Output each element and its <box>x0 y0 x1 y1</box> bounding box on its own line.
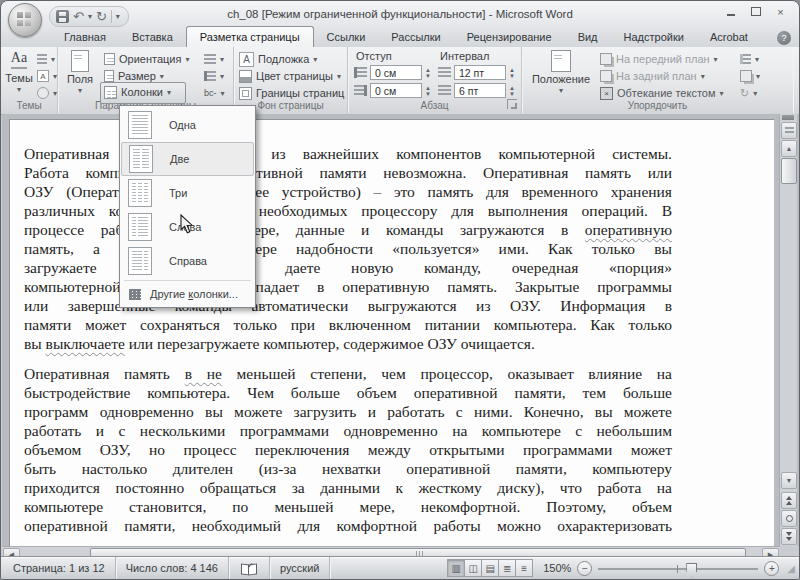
document-line: памяти может сохраняться только при вклю… <box>24 315 672 334</box>
breaks-button[interactable]: ▾ <box>204 51 224 67</box>
columns-menu-item-right[interactable]: Справа <box>121 244 254 278</box>
more-columns-menu-item[interactable]: Другие колонки... <box>121 283 254 305</box>
three-columns-thumbnail-icon <box>128 179 152 207</box>
orientation-label: Ориентация <box>119 53 181 65</box>
group-themes: Aa Темы ▾ ▾ А ▾ ▾ Темы <box>1 47 58 113</box>
indent-right-spinner[interactable]: ▲▼ <box>425 85 431 97</box>
split-handle[interactable] <box>782 115 794 120</box>
theme-fonts-button[interactable]: А ▾ <box>37 68 57 84</box>
document-line: приходится постоянно обращаться за данны… <box>24 478 672 497</box>
orientation-icon <box>104 53 115 65</box>
position-button[interactable]: Положение ▾ <box>530 50 592 95</box>
outline-view-button[interactable]: ≣ <box>498 559 516 577</box>
align-icon <box>740 54 751 64</box>
print-layout-view-button[interactable]: ▥ <box>447 559 465 577</box>
tab-home[interactable]: Главная <box>51 28 119 47</box>
spacing-after-spinner[interactable]: ▲▼ <box>509 85 515 97</box>
previous-page-button[interactable] <box>781 492 797 509</box>
spacing-before-spinner[interactable]: ▲▼ <box>509 67 515 79</box>
bring-to-front-button[interactable]: На передний план ▾ <box>600 51 718 67</box>
word-count[interactable]: Число слов: 4 146 <box>116 557 229 579</box>
line-numbers-button[interactable]: ▾ <box>204 68 224 84</box>
indent-right-input[interactable]: 0 см <box>370 83 422 98</box>
columns-menu-item-three[interactable]: Три <box>121 176 254 210</box>
columns-icon <box>104 86 117 99</box>
tab-addins[interactable]: Надстройки <box>611 28 697 47</box>
vertical-scrollbar-thumb[interactable] <box>781 158 797 184</box>
hyphenation-button[interactable]: bc- ▾ <box>204 85 225 101</box>
web-layout-view-button[interactable]: ▤ <box>481 559 499 577</box>
theme-effects-button[interactable]: ▾ <box>37 85 57 101</box>
language-indicator[interactable]: русский <box>270 557 330 579</box>
zoom-slider-thumb[interactable] <box>686 563 697 577</box>
check-icon: ✓ <box>247 561 254 570</box>
send-to-back-button[interactable]: На задний план ▾ <box>600 68 705 84</box>
scroll-down-button[interactable]: ▼ <box>781 472 797 489</box>
ruler-toggle-icon <box>785 127 794 135</box>
word-window: ↶ ▾ ↻ ▾ ch_08 [Режим ограниченной функци… <box>0 0 800 580</box>
margins-dropdown-icon: ▾ <box>78 86 82 95</box>
columns-menu: Одна Две Три Слева Справа Другие колонки… <box>119 105 256 308</box>
page-indicator[interactable]: Страница: 1 из 12 <box>3 557 116 579</box>
columns-menu-item-one[interactable]: Одна <box>121 108 254 142</box>
orientation-button[interactable]: Ориентация ▾ <box>104 51 189 67</box>
zoom-out-button[interactable]: − <box>577 561 592 576</box>
align-button[interactable]: ▾ <box>740 51 759 67</box>
watermark-button[interactable]: А Подложка ▾ <box>239 51 317 67</box>
scroll-up-button[interactable]: ▲ <box>781 140 797 157</box>
spacing-after-input[interactable]: 6 пт <box>454 83 506 98</box>
zoom-in-button[interactable]: + <box>764 561 779 576</box>
position-dropdown-icon: ▾ <box>559 86 563 95</box>
page-borders-button[interactable]: Границы страниц <box>239 85 344 101</box>
indent-left-spinner[interactable]: ▲▼ <box>425 67 431 79</box>
theme-effects-dropdown-icon: ▾ <box>53 89 57 98</box>
columns-dropdown-icon: ▾ <box>167 88 171 97</box>
proofing-status[interactable]: ✓ <box>229 557 270 579</box>
zoom-slider[interactable] <box>598 562 758 575</box>
theme-colors-button[interactable]: ▾ <box>37 51 55 67</box>
indent-left-input[interactable]: 0 см <box>370 65 422 80</box>
tab-mailings[interactable]: Рассылки <box>378 28 453 47</box>
indent-right-icon <box>354 85 367 96</box>
columns-menu-item-two[interactable]: Две <box>121 142 254 176</box>
minimize-button[interactable] <box>722 5 739 18</box>
spacing-before-input[interactable]: 12 пт <box>454 65 506 80</box>
draft-view-button[interactable]: ≡ <box>515 559 533 577</box>
office-logo-icon <box>17 12 31 26</box>
zoom-level[interactable]: 150% <box>543 562 571 574</box>
tab-page-layout[interactable]: Разметка страницы <box>186 26 314 47</box>
select-browse-object-button[interactable] <box>781 510 797 527</box>
group-page-background: А Подложка ▾ Цвет страницы ▾ Границы стр… <box>234 47 348 113</box>
themes-button[interactable]: Aa Темы ▾ <box>4 50 34 94</box>
align-dropdown-icon: ▾ <box>755 55 759 64</box>
group-paragraph-label: Абзац <box>348 100 521 111</box>
paragraph: Оперативная память в не меньшей степени,… <box>24 364 672 535</box>
tab-insert[interactable]: Вставка <box>119 28 186 47</box>
resize-grip-icon[interactable]: ◢ <box>787 563 795 574</box>
close-button[interactable]: × <box>772 5 789 18</box>
rotate-button[interactable]: ↻ ▾ <box>740 85 757 101</box>
spacing-after-icon <box>438 85 451 96</box>
position-icon <box>551 50 571 72</box>
ruler-toggle-button[interactable] <box>781 122 797 139</box>
tab-review[interactable]: Рецензирование <box>454 28 565 47</box>
columns-button[interactable]: Колонки ▾ <box>104 84 171 100</box>
tab-view[interactable]: Вид <box>565 28 611 47</box>
office-button[interactable] <box>8 3 42 37</box>
full-screen-reading-view-button[interactable]: ◫ <box>464 559 482 577</box>
document-line: быть настолько длителен (из-за нехватки … <box>24 459 672 478</box>
text-wrapping-icon: × <box>600 87 613 100</box>
group-objects-button[interactable]: ▾ <box>740 68 760 84</box>
maximize-button[interactable] <box>747 5 764 18</box>
tab-references[interactable]: Ссылки <box>314 28 379 47</box>
help-button[interactable]: ? <box>777 31 791 45</box>
send-to-back-label: На задний план <box>616 70 697 82</box>
tab-acrobat[interactable]: Acrobat <box>697 28 761 47</box>
paragraph-dialog-launcher[interactable] <box>507 99 517 109</box>
margins-button[interactable]: Поля ▾ <box>64 50 96 95</box>
page-color-button[interactable]: Цвет страницы ▾ <box>239 68 341 84</box>
text-wrapping-button[interactable]: × Обтекание текстом ▾ <box>600 85 724 101</box>
next-page-button[interactable] <box>781 528 797 545</box>
orientation-dropdown-icon: ▾ <box>185 55 189 64</box>
document-line: работать и с несколькими программами одн… <box>24 421 672 440</box>
